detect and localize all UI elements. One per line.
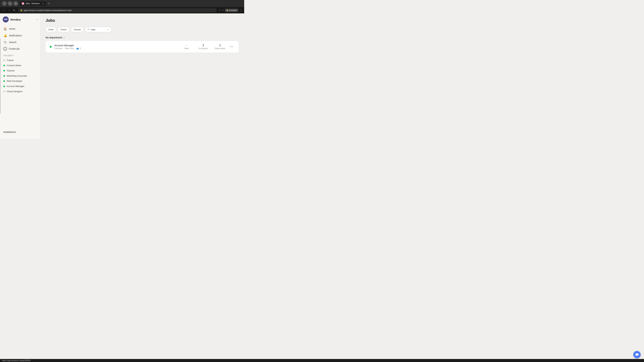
search-clear-button[interactable]: × xyxy=(107,28,109,31)
jobs-table: Account Manager Full-time · New York · 👥… xyxy=(46,41,239,53)
forward-button[interactable]: › xyxy=(7,8,11,12)
sidebar-scrollbar-thumb[interactable] xyxy=(0,38,1,114)
new-label: New xyxy=(178,47,195,50)
search-label: Search xyxy=(9,41,16,43)
job-stat-in-process: 2 In process xyxy=(195,44,212,50)
jobs-list: Trainer Content Writer Teacher Marketing… xyxy=(0,57,40,94)
sidebar-job-trainer[interactable]: Trainer xyxy=(1,58,39,63)
url-text: app.homerun.co/jobs?status=active&search… xyxy=(24,9,72,11)
job-stat-days-active: 2 Days active xyxy=(212,44,228,50)
minimize-button[interactable]: ─ xyxy=(2,1,7,6)
job-status-dot-visual-designer xyxy=(3,91,5,92)
applicants-count: 2 xyxy=(80,47,81,50)
job-more-button[interactable]: ••• xyxy=(228,44,235,49)
lock-icon: 🔒 xyxy=(20,9,23,11)
homerun-logo: HOMERUN xyxy=(0,128,40,136)
sidebar-item-notifications[interactable]: 🔔 Notifications xyxy=(1,32,39,39)
new-tab-button[interactable]: + xyxy=(47,2,51,5)
closed-filter-button[interactable]: Closed xyxy=(71,27,84,32)
page-title: Jobs xyxy=(46,18,239,23)
new-value: - xyxy=(178,44,195,47)
browser-actions: ☆ □ 🕵 Incognito ⋮ xyxy=(218,9,242,12)
reload-button[interactable]: ↻ xyxy=(12,8,16,12)
in-process-label: In process xyxy=(195,47,212,50)
days-active-value: 2 xyxy=(212,44,228,47)
days-active-label: Days active xyxy=(212,47,228,50)
org-header[interactable]: MM Moodjoy ▾ xyxy=(0,13,40,25)
job-status-dot-account-manager xyxy=(3,85,5,87)
chevron-down-jobs-icon: ▾ xyxy=(12,54,14,57)
extensions-button[interactable]: □ xyxy=(222,9,224,12)
address-bar: ‹ › ↻ 🔒 app.homerun.co/jobs?status=activ… xyxy=(0,7,244,13)
sidebar-job-visual-designer[interactable]: Visual Designer xyxy=(1,89,39,94)
plus-circle-icon: + xyxy=(3,47,7,51)
browser-nav-buttons: ─ □ ✕ xyxy=(2,1,18,6)
job-info: Account Manager Full-time · New York · 👥… xyxy=(54,44,178,50)
incognito-label: Incognito xyxy=(229,9,237,11)
job-status-dot-trainer xyxy=(3,59,5,61)
org-name: Moodjoy xyxy=(10,18,21,21)
sidebar-job-web-developer[interactable]: Web Developer xyxy=(1,78,39,84)
job-label-teacher: Teacher xyxy=(7,69,15,72)
meta-separator-2: · xyxy=(75,47,75,50)
incognito-icon: 🕵 xyxy=(226,9,228,11)
sidebar-nav: 🏠 Home 🔔 Notifications Search + Create j… xyxy=(0,25,40,53)
maximize-button[interactable]: □ xyxy=(8,1,12,6)
in-process-value: 2 xyxy=(195,44,212,47)
search-box: × xyxy=(85,27,112,32)
search-box-icon xyxy=(88,28,90,31)
tab-close-button[interactable]: ✕ xyxy=(42,2,44,5)
svg-line-1 xyxy=(6,43,6,43)
department-header: No department 1 xyxy=(46,36,239,39)
sidebar-job-content-writer[interactable]: Content Writer xyxy=(1,63,39,68)
department-count: 1 xyxy=(64,36,65,39)
job-label-web-developer: Web Developer xyxy=(7,80,22,82)
your-jobs-section[interactable]: Your jobs ▾ xyxy=(0,53,40,57)
sidebar-job-account-manager[interactable]: Account Manager xyxy=(1,84,39,89)
job-status-dot-marketing-associate xyxy=(3,75,5,77)
home-label: Home xyxy=(9,27,15,30)
people-icon: 👥 xyxy=(76,47,79,50)
sidebar-job-teacher[interactable]: Teacher xyxy=(1,68,39,73)
active-tab[interactable]: H Jobs · Homerun ✕ xyxy=(20,1,46,6)
menu-button[interactable]: ⋮ xyxy=(240,9,242,12)
incognito-badge: 🕵 Incognito xyxy=(225,9,238,12)
meta-separator-1: · xyxy=(64,47,64,50)
job-status-dot-web-developer xyxy=(3,80,5,82)
url-bar[interactable]: 🔒 app.homerun.co/jobs?status=active&sear… xyxy=(18,8,217,12)
sidebar-item-home[interactable]: 🏠 Home xyxy=(1,25,39,32)
back-button[interactable]: ‹ xyxy=(2,8,6,12)
nav-buttons: ‹ › ↻ xyxy=(2,8,16,12)
job-type: Full-time xyxy=(54,47,62,50)
job-meta: Full-time · New York · 👥 2 xyxy=(54,47,178,50)
sidebar-job-marketing-associate[interactable]: Marketing Associate xyxy=(1,73,39,78)
filter-bar: Draft Active Closed × xyxy=(46,27,239,32)
tab-favicon: H xyxy=(22,2,24,5)
job-stat-new: - New xyxy=(178,44,195,50)
search-input[interactable] xyxy=(91,28,106,31)
bell-icon: 🔔 xyxy=(3,34,7,37)
avatar: MM xyxy=(3,16,9,22)
job-title: Account Manager xyxy=(54,44,178,47)
close-window-button[interactable]: ✕ xyxy=(14,1,18,6)
job-label-marketing-associate: Marketing Associate xyxy=(7,75,27,77)
tab-title: Jobs · Homerun xyxy=(26,2,40,5)
your-jobs-label: Your jobs xyxy=(3,54,12,57)
bookmark-button[interactable]: ☆ xyxy=(218,9,221,12)
tab-bar: H Jobs · Homerun ✕ + xyxy=(20,1,242,6)
draft-filter-button[interactable]: Draft xyxy=(46,27,56,32)
sidebar-item-create-job[interactable]: + Create job xyxy=(1,45,39,52)
job-label-trainer: Trainer xyxy=(7,59,14,61)
job-label-visual-designer: Visual Designer xyxy=(7,90,22,93)
create-job-label: Create job xyxy=(9,47,20,50)
job-active-dot xyxy=(50,46,52,48)
job-label-content-writer: Content Writer xyxy=(7,64,21,67)
active-filter-button[interactable]: Active xyxy=(58,27,70,32)
chevron-down-icon: ▾ xyxy=(36,18,38,21)
job-status-dot-content-writer xyxy=(3,65,5,66)
app-container: MM Moodjoy ▾ 🏠 Home 🔔 Notifications xyxy=(0,13,244,139)
table-row[interactable]: Account Manager Full-time · New York · 👥… xyxy=(46,41,239,53)
notifications-label: Notifications xyxy=(9,34,22,37)
sidebar-item-search[interactable]: Search xyxy=(1,39,39,45)
job-label-account-manager: Account Manager xyxy=(7,85,24,87)
